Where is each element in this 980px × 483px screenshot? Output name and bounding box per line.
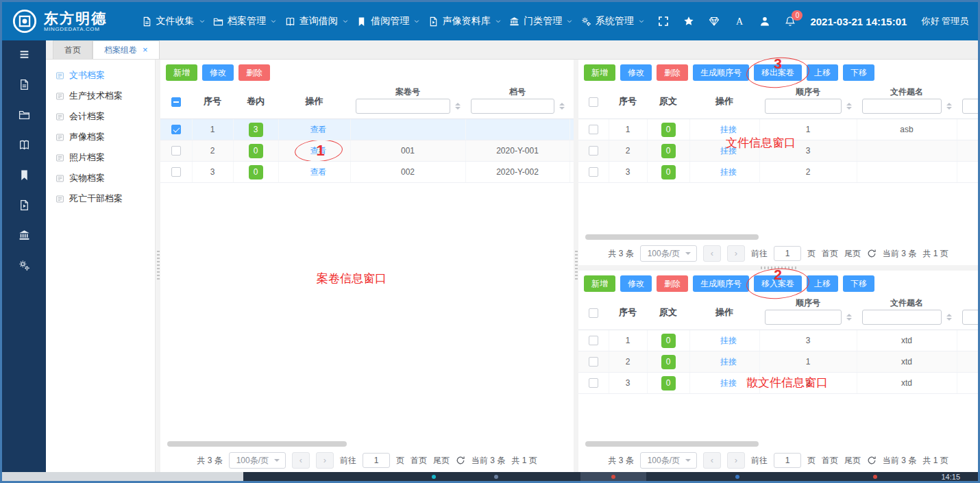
row-checkbox[interactable] xyxy=(589,125,598,134)
taskbar-app-icon[interactable] xyxy=(873,475,877,479)
prev-page-button[interactable]: ‹ xyxy=(292,452,310,469)
folder-icon[interactable] xyxy=(19,109,30,121)
toolbar-button[interactable]: 下移 xyxy=(843,275,874,292)
nav-menu-item[interactable]: 借阅管理 xyxy=(356,15,420,27)
next-page-button[interactable]: › xyxy=(727,452,745,469)
gem-icon[interactable] xyxy=(709,16,720,27)
panel-splitter[interactable] xyxy=(574,60,578,472)
toolbar-button[interactable]: 下移 xyxy=(843,64,874,81)
page-input[interactable] xyxy=(363,453,390,468)
taskbar-active-app[interactable] xyxy=(580,472,646,481)
select-all-checkbox[interactable] xyxy=(589,97,598,107)
nav-menu-item[interactable]: 声像资料库 xyxy=(428,15,502,27)
filter-input[interactable] xyxy=(962,99,978,114)
toolbar-button[interactable]: 修改 xyxy=(620,275,652,292)
table-row[interactable]: 30查看0022020-Y-002 xyxy=(160,162,574,183)
user-icon[interactable] xyxy=(759,16,770,27)
row-checkbox[interactable] xyxy=(171,146,181,156)
sort-caret[interactable] xyxy=(944,103,954,110)
row-checkbox[interactable] xyxy=(589,146,598,156)
horizontal-scrollbar[interactable] xyxy=(167,441,347,447)
taskbar-app-icon[interactable] xyxy=(494,475,498,479)
tree-item[interactable]: 声像档案 xyxy=(46,127,155,147)
sort-caret[interactable] xyxy=(453,103,463,110)
next-page-button[interactable]: › xyxy=(316,452,334,469)
gears-icon[interactable] xyxy=(19,260,30,271)
filter-input[interactable] xyxy=(862,310,942,325)
row-checkbox[interactable] xyxy=(171,167,181,177)
toolbar-button[interactable]: 删除 xyxy=(657,275,688,292)
refresh-icon[interactable] xyxy=(456,456,465,465)
row-checkbox[interactable] xyxy=(589,378,598,388)
tree-item[interactable]: 实物档案 xyxy=(46,168,155,188)
tab-1[interactable]: 档案组卷× xyxy=(93,40,160,59)
nav-menu-item[interactable]: 档案管理 xyxy=(213,15,277,27)
filter-input[interactable] xyxy=(471,99,554,114)
next-page-button[interactable]: › xyxy=(727,245,745,262)
filter-input[interactable] xyxy=(765,99,842,114)
last-page-link[interactable]: 尾页 xyxy=(844,248,861,260)
last-page-link[interactable]: 尾页 xyxy=(844,455,861,467)
tree-item[interactable]: 照片档案 xyxy=(46,147,155,168)
action-link[interactable]: 挂接 xyxy=(720,146,737,156)
table-row[interactable]: 13查看 xyxy=(160,119,574,140)
file-doc-icon[interactable] xyxy=(19,79,30,90)
nav-menu-item[interactable]: 系统管理 xyxy=(581,15,645,27)
select-all-checkbox[interactable] xyxy=(589,308,598,318)
sort-caret[interactable] xyxy=(844,314,854,321)
refresh-icon[interactable] xyxy=(867,249,877,258)
tab-0[interactable]: 首页 xyxy=(53,40,93,59)
sort-caret[interactable] xyxy=(944,314,954,321)
tree-item[interactable]: 文书档案 xyxy=(46,65,155,86)
tree-item[interactable]: 生产技术档案 xyxy=(46,86,155,106)
filter-input[interactable] xyxy=(356,99,450,114)
table-row[interactable]: 30挂接2 xyxy=(578,162,978,183)
bank-icon[interactable] xyxy=(19,230,30,241)
table-row[interactable]: 20挂接1xtd xyxy=(578,351,978,373)
filter-input[interactable] xyxy=(962,310,978,325)
prev-page-button[interactable]: ‹ xyxy=(703,245,721,262)
tab-close-icon[interactable]: × xyxy=(143,45,148,55)
tree-item[interactable]: 会计档案 xyxy=(46,106,155,127)
tree-item[interactable]: 死亡干部档案 xyxy=(46,188,155,209)
select-all-checkbox[interactable] xyxy=(171,97,181,107)
first-page-link[interactable]: 首页 xyxy=(411,455,427,467)
action-link[interactable]: 查看 xyxy=(310,167,327,177)
toolbar-button[interactable]: 新增 xyxy=(584,275,615,292)
filter-input[interactable] xyxy=(862,99,942,114)
table-row[interactable]: 10挂接3xtd xyxy=(578,330,978,351)
first-page-link[interactable]: 首页 xyxy=(822,455,838,467)
toolbar-button[interactable]: 删除 xyxy=(657,64,688,81)
star-icon[interactable] xyxy=(683,16,694,27)
toolbar-button[interactable]: 生成顺序号 xyxy=(693,275,749,292)
action-link[interactable]: 查看 xyxy=(310,125,327,134)
page-size-select[interactable]: 100条/页 xyxy=(640,245,697,262)
last-page-link[interactable]: 尾页 xyxy=(433,455,450,467)
horizontal-scrollbar[interactable] xyxy=(585,234,759,240)
taskbar-app-icon[interactable] xyxy=(432,475,436,479)
nav-menu-item[interactable]: 门类管理 xyxy=(509,15,573,27)
table-row[interactable]: 20查看10012020-Y-001 xyxy=(160,140,574,162)
taskbar-app-icon[interactable] xyxy=(735,475,739,479)
refresh-icon[interactable] xyxy=(867,456,877,465)
toolbar-button[interactable]: 移出案卷3 xyxy=(754,64,802,81)
hamburger-icon[interactable] xyxy=(19,49,30,60)
action-link[interactable]: 查看1 xyxy=(310,146,327,156)
notifications-button[interactable]: 0 xyxy=(785,16,796,27)
action-link[interactable]: 挂接 xyxy=(720,125,737,134)
action-link[interactable]: 挂接 xyxy=(720,378,737,388)
toolbar-button[interactable]: 上移 xyxy=(807,64,838,81)
media-file-icon[interactable] xyxy=(19,199,30,211)
filter-input[interactable] xyxy=(765,310,842,325)
toolbar-button[interactable]: 修改 xyxy=(620,64,652,81)
table-row[interactable]: 30挂接2xtd xyxy=(578,373,978,394)
table-row[interactable]: 10挂接1asb xyxy=(578,119,978,140)
action-link[interactable]: 挂接 xyxy=(720,357,737,367)
horizontal-scrollbar[interactable] xyxy=(585,441,759,447)
nav-menu-item[interactable]: 查询借阅 xyxy=(285,15,349,27)
toolbar-button[interactable]: 上移 xyxy=(807,275,838,292)
row-checkbox[interactable] xyxy=(589,167,598,177)
brand[interactable]: 东方明德 MINGDEDATA.COM xyxy=(12,8,128,34)
nav-menu-item[interactable]: 文件收集 xyxy=(142,15,206,27)
bookmark-icon[interactable] xyxy=(19,169,30,181)
